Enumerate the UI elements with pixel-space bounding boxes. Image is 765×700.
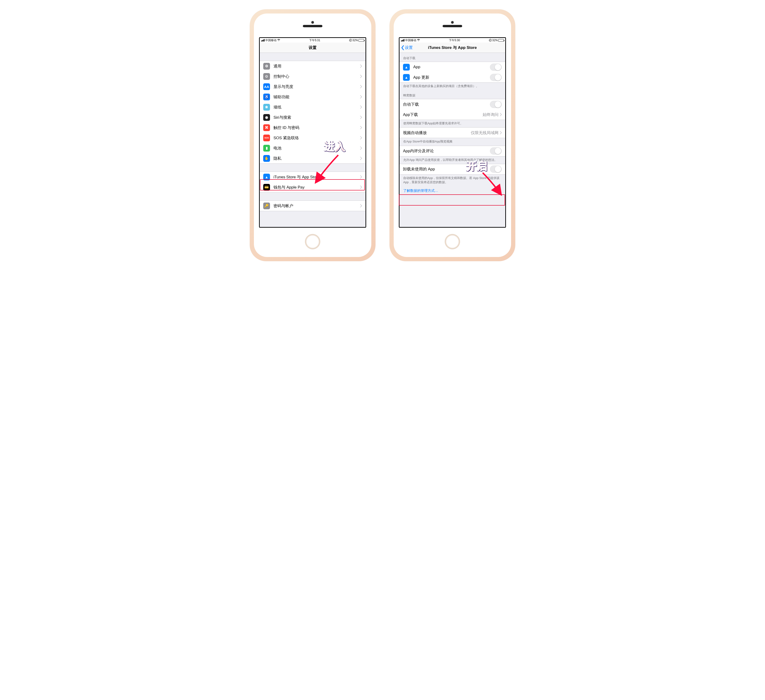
status-left: 中国移动 [401,38,420,42]
section-group: 视频自动播放仅限无线局域网 [400,127,505,138]
control_center-icon: ⊙ [263,73,270,80]
settings-row-general[interactable]: ⚙通用 [260,61,365,71]
annotation-enter-label: 进入 [324,140,346,154]
settings-row-label: 控制中心 [274,74,360,79]
settings-row-sos[interactable]: SOSSOS 紧急联络 [260,133,365,143]
settings-row-itunes_appstore[interactable]: ▲iTunes Store 与 App Store [260,172,365,182]
section-group: ▲App▲App 更新 [400,62,505,83]
phone-top-area [255,15,370,37]
cell_auto_dl-switch[interactable] [490,101,502,108]
signal-bars-icon [401,39,405,41]
front-camera-icon [451,21,454,24]
chevron-right-icon [360,116,362,119]
settings-row-passwords[interactable]: 🔑密码与帐户 [260,201,365,211]
page-title: 设置 [309,45,316,50]
siri-icon: ◉ [263,114,270,121]
accessibility-icon: ♿ [263,94,270,100]
status-bar: 中国移动 下午5:31 32% [260,38,365,42]
privacy-icon: ✋ [263,155,270,162]
settings-row-label: iTunes Store 与 App Store [274,174,360,180]
general-icon: ⚙ [263,63,270,70]
chevron-right-icon [360,175,362,179]
settings-row-label: SOS 紧急联络 [274,135,360,141]
chevron-right-icon [360,185,362,189]
row-label: App [413,65,490,69]
settings-row-battery[interactable]: ▮电池 [260,143,365,153]
rotation-lock-icon [489,39,492,42]
row-cell_app_dl[interactable]: App下载始终询问 [400,110,505,120]
battery-pct: 32% [492,39,498,42]
phone-inner-shell: 中国移动 下午5:30 32% [394,14,511,257]
home-button[interactable] [305,234,320,249]
battery-icon [498,39,504,42]
chevron-right-icon [360,126,362,129]
chevron-right-icon [360,75,362,78]
phone-left: 中国移动 下午5:31 32% [250,9,376,261]
chevron-right-icon [360,105,362,109]
settings-row-label: 密码与帐户 [274,203,360,209]
settings-group: ⚙通用⊙控制中心AA显示与亮度♿辅助功能❀墙纸◉Siri与搜索⌘触控 ID 与密… [260,61,365,164]
row-offload_unused[interactable]: 卸载未使用的 App [400,164,505,174]
chevron-right-icon [360,85,362,88]
wifi-icon [417,39,420,42]
settings-row-label: 通用 [274,64,360,69]
app_update-icon: ▲ [403,74,410,81]
chevron-right-icon [360,64,362,68]
settings-row-wallet[interactable]: 💳钱包与 Apple Pay [260,182,365,192]
earpiece-speaker-icon [303,25,323,27]
settings-row-accessibility[interactable]: ♿辅助功能 [260,92,365,102]
section-header: 蜂窝数据 [400,90,505,99]
rotation-lock-icon [349,39,352,42]
settings-row-label: Siri与搜索 [274,115,360,120]
nav-bar: 设置 [260,42,365,53]
app_update-switch[interactable] [490,74,502,81]
row-cell_auto_dl[interactable]: 自动下载 [400,99,505,110]
row-in_app_ratings[interactable]: App内评分及评论 [400,146,505,156]
wallet-icon: 💳 [263,184,270,191]
row-video_autoplay[interactable]: 视频自动播放仅限无线局域网 [400,127,505,138]
back-button[interactable]: 设置 [401,45,413,50]
row-app_update[interactable]: ▲App 更新 [400,72,505,82]
earpiece-speaker-icon [442,25,462,27]
signal-bars-icon [261,39,264,41]
status-right: 32% [349,39,364,42]
row-label: App 更新 [413,75,490,80]
section-group: 自动下载App下载始终询问 [400,99,505,120]
phone-body: 中国移动 下午5:30 32% [389,9,515,261]
page-title: iTunes Store 与 App Store [428,45,477,50]
row-detail: 仅限无线局域网 [471,130,499,135]
settings-row-control_center[interactable]: ⊙控制中心 [260,71,365,82]
wifi-icon [277,39,280,42]
settings-content[interactable]: ⚙通用⊙控制中心AA显示与亮度♿辅助功能❀墙纸◉Siri与搜索⌘触控 ID 与密… [260,53,365,227]
in_app_ratings-switch[interactable] [490,148,502,155]
itunes-appstore-content[interactable]: 自动下载▲App▲App 更新自动下载在其他的设备上新购买的项目（含免费项目）。… [400,53,505,227]
chevron-right-icon [500,113,502,116]
offload_unused-switch[interactable] [490,165,502,173]
settings-row-wallpaper[interactable]: ❀墙纸 [260,102,365,112]
section-group: App内评分及评论 [400,146,505,157]
chevron-left-icon [401,45,404,50]
row-app_auto[interactable]: ▲App [400,62,505,72]
home-button[interactable] [445,234,460,249]
app_auto-switch[interactable] [490,64,502,71]
row-label: App内评分及评论 [403,148,490,154]
row-label: 自动下载 [403,102,490,107]
settings-row-label: 墙纸 [274,105,360,110]
chevron-right-icon [360,95,362,99]
settings-row-display[interactable]: AA显示与亮度 [260,82,365,92]
section-footer: 自动下载在其他的设备上新购买的项目（含免费项目）。 [400,83,505,90]
sos-icon: SOS [263,135,270,141]
annotation-enable-label: 开启 [466,159,488,173]
settings-row-privacy[interactable]: ✋隐私 [260,153,365,163]
settings-row-label: 钱包与 Apple Pay [274,185,360,190]
settings-row-touchid[interactable]: ⌘触控 ID 与密码 [260,122,365,133]
phone-inner-shell: 中国移动 下午5:31 32% [254,14,371,257]
carrier-label: 中国移动 [405,38,416,42]
settings-row-siri[interactable]: ◉Siri与搜索 [260,112,365,122]
learn-more-link[interactable]: 了解数据的管理方式… [400,186,505,193]
section-header: 自动下载 [400,53,505,62]
screen-right: 中国移动 下午5:30 32% [399,37,506,228]
home-area [255,228,370,256]
status-right: 32% [489,39,504,42]
settings-row-label: 显示与亮度 [274,84,360,89]
